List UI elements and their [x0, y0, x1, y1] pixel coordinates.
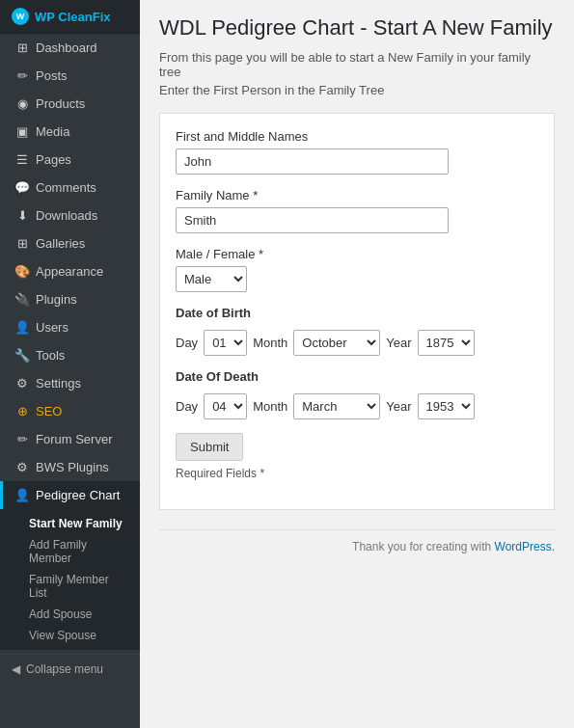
sidebar-item-settings[interactable]: ⚙ Settings — [0, 369, 140, 397]
sidebar-item-appearance[interactable]: 🎨 Appearance — [0, 257, 140, 285]
first-name-label: First and Middle Names — [176, 129, 538, 144]
media-icon: ▣ — [14, 124, 30, 139]
page-title: WDL Pedigree Chart - Start A New Family — [159, 15, 555, 40]
posts-icon: ✏ — [14, 68, 30, 83]
submenu-family-member-list[interactable]: Family Member List — [0, 569, 140, 604]
pedigree-submenu: Start New Family Add Family Member Famil… — [0, 509, 140, 650]
new-family-form: First and Middle Names Family Name * Mal… — [159, 113, 555, 510]
collapse-label: Collapse menu — [26, 662, 103, 676]
sidebar-item-seo[interactable]: ⊕ SEO — [0, 397, 140, 425]
sidebar-item-products[interactable]: ◉ Products — [0, 90, 140, 118]
gender-select[interactable]: Male Female — [176, 266, 247, 292]
family-name-input[interactable] — [176, 207, 449, 233]
submenu-start-new-family[interactable]: Start New Family — [0, 513, 140, 534]
wordpress-link[interactable]: WordPress. — [495, 540, 555, 553]
comments-icon: 💬 — [14, 180, 30, 195]
sidebar-item-pages[interactable]: ☰ Pages — [0, 146, 140, 174]
sidebar-item-tools[interactable]: 🔧 Tools — [0, 341, 140, 369]
gender-label: Male / Female * — [176, 247, 538, 261]
sidebar-item-label: Galleries — [36, 236, 85, 251]
pages-icon: ☰ — [14, 152, 30, 167]
sidebar-item-label: Comments — [36, 180, 96, 195]
sidebar-item-label: Appearance — [36, 264, 103, 279]
dob-day-label: Day — [176, 336, 198, 350]
dod-day-select[interactable]: 0102 0304 05 — [204, 393, 247, 419]
main-content: WDL Pedigree Chart - Start A New Family … — [140, 0, 574, 728]
dob-year-label: Year — [386, 336, 411, 350]
sidebar-item-label: Media — [36, 124, 69, 139]
dod-year-select[interactable]: 1953 — [418, 393, 475, 419]
sidebar-item-label: SEO — [36, 404, 62, 418]
dob-day-select[interactable]: 010203 0405 — [204, 330, 247, 356]
dod-month-label: Month — [253, 399, 287, 414]
sidebar-item-users[interactable]: 👤 Users — [0, 313, 140, 341]
dob-month-select[interactable]: JanuaryFebruary MarchApril MayJune JulyA… — [293, 330, 380, 356]
first-name-input[interactable] — [176, 148, 449, 175]
dod-day-label: Day — [176, 399, 198, 414]
sidebar-item-comments[interactable]: 💬 Comments — [0, 174, 140, 202]
submenu-view-spouse[interactable]: View Spouse — [0, 625, 140, 646]
dob-month-label: Month — [253, 336, 287, 350]
sidebar-item-galleries[interactable]: ⊞ Galleries — [0, 229, 140, 257]
wp-logo-icon: W — [12, 8, 29, 25]
bws-plugins-icon: ⚙ — [14, 460, 30, 474]
dod-group: Date Of Death Day 0102 0304 05 Month Jan… — [176, 369, 538, 419]
gender-group: Male / Female * Male Female — [176, 247, 538, 292]
page-subtitle-1: From this page you will be able to start… — [159, 50, 555, 79]
pedigree-chart-icon: 👤 — [14, 488, 30, 502]
sidebar-item-label: Pages — [36, 152, 71, 167]
users-icon: 👤 — [14, 320, 30, 335]
dod-row: Day 0102 0304 05 Month JanuaryFebruary M… — [176, 393, 538, 419]
sidebar-item-bws-plugins[interactable]: ⚙ BWS Plugins — [0, 453, 140, 481]
sidebar: W WP CleanFix ⊞ Dashboard ✏ Posts ◉ Prod… — [0, 0, 140, 728]
sidebar-item-media[interactable]: ▣ Media — [0, 118, 140, 146]
sidebar-item-label: Users — [36, 320, 68, 335]
sidebar-logo-label: WP CleanFix — [35, 10, 111, 24]
submenu-add-spouse[interactable]: Add Spouse — [0, 604, 140, 625]
dob-row: Day 010203 0405 Month JanuaryFebruary Ma… — [176, 330, 538, 356]
first-name-group: First and Middle Names — [176, 129, 538, 175]
collapse-icon: ◀ — [12, 662, 20, 676]
galleries-icon: ⊞ — [14, 236, 30, 251]
sidebar-item-label: Tools — [36, 348, 65, 363]
sidebar-item-posts[interactable]: ✏ Posts — [0, 62, 140, 90]
sidebar-item-label: BWS Plugins — [36, 460, 109, 474]
dob-group: Date of Birth Day 010203 0405 Month Janu… — [176, 306, 538, 356]
dob-label: Date of Birth — [176, 306, 538, 320]
sidebar-item-forum-server[interactable]: ✏ Forum Server — [0, 425, 140, 453]
dashboard-icon: ⊞ — [14, 40, 30, 55]
sidebar-item-label: Downloads — [36, 208, 97, 223]
dod-month-select[interactable]: JanuaryFebruary MarchApril MayJune JulyA… — [293, 393, 380, 419]
tools-icon: 🔧 — [14, 348, 30, 363]
products-icon: ◉ — [14, 96, 30, 111]
page-subtitle-2: Enter the First Person in the Family Tre… — [159, 83, 555, 97]
required-fields-text: Required Fields * — [176, 467, 538, 480]
submenu-add-family-member[interactable]: Add Family Member — [0, 534, 140, 569]
plugins-icon: 🔌 — [14, 292, 30, 307]
collapse-menu-button[interactable]: ◀ Collapse menu — [0, 654, 140, 684]
footer-text: Thank you for creating with — [352, 540, 491, 553]
submit-group: Submit Required Fields * — [176, 433, 538, 480]
sidebar-item-label: Dashboard — [36, 40, 97, 55]
forum-server-icon: ✏ — [14, 432, 30, 446]
downloads-icon: ⬇ — [14, 208, 30, 223]
sidebar-logo[interactable]: W WP CleanFix — [0, 0, 140, 34]
submit-button[interactable]: Submit — [176, 433, 243, 461]
sidebar-item-dashboard[interactable]: ⊞ Dashboard — [0, 34, 140, 62]
dob-year-select[interactable]: 18751876 — [418, 330, 475, 356]
sidebar-item-downloads[interactable]: ⬇ Downloads — [0, 202, 140, 229]
sidebar-item-label: Pedigree Chart — [36, 488, 120, 502]
family-name-label: Family Name * — [176, 188, 538, 202]
sidebar-item-label: Plugins — [36, 292, 77, 307]
family-name-group: Family Name * — [176, 188, 538, 233]
sidebar-item-plugins[interactable]: 🔌 Plugins — [0, 285, 140, 313]
dod-year-label: Year — [386, 399, 411, 414]
footer: Thank you for creating with WordPress. — [159, 529, 555, 553]
settings-icon: ⚙ — [14, 376, 30, 391]
appearance-icon: 🎨 — [14, 264, 30, 279]
sidebar-item-label: Forum Server — [36, 432, 112, 446]
sidebar-item-label: Products — [36, 96, 85, 111]
seo-icon: ⊕ — [14, 404, 30, 418]
sidebar-item-label: Settings — [36, 376, 81, 391]
sidebar-item-pedigree-chart[interactable]: 👤 Pedigree Chart — [0, 481, 140, 509]
